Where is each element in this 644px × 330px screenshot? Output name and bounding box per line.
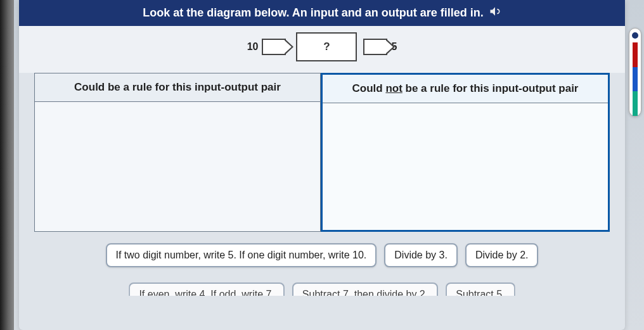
rule-box: ?: [296, 32, 357, 61]
drop-tables: Could be a rule for this input-output pa…: [19, 73, 625, 232]
could-be-table[interactable]: Could be a rule for this input-output pa…: [34, 73, 321, 232]
widget-dot-icon: [632, 32, 638, 39]
could-not-be-dropzone[interactable]: [323, 103, 608, 230]
could-not-be-table[interactable]: Could not be a rule for this input-outpu…: [321, 73, 610, 232]
instruction-text: Look at the diagram below. An input and …: [143, 6, 484, 20]
could-not-be-not: not: [385, 82, 402, 94]
side-progress-widget[interactable]: [629, 28, 641, 117]
rule-chip[interactable]: Divide by 2.: [465, 243, 539, 267]
widget-segment: [633, 42, 638, 67]
could-be-dropzone[interactable]: [35, 102, 320, 229]
worksheet-panel: Look at the diagram below. An input and …: [19, 0, 625, 330]
instruction-bar: Look at the diagram below. An input and …: [19, 0, 625, 26]
input-value: 10: [245, 41, 261, 53]
rule-chip[interactable]: Divide by 3.: [384, 243, 458, 267]
answer-chips-row-1: If two digit number, write 5. If one dig…: [19, 232, 625, 271]
could-not-be-header: Could not be a rule for this input-outpu…: [323, 75, 608, 103]
could-not-be-post: be a rule for this input-output pair: [402, 82, 579, 94]
rule-chip[interactable]: If even, write 4. If odd, write 7.: [129, 282, 284, 307]
rule-chip[interactable]: Subtract 5.: [446, 282, 515, 307]
rule-chip[interactable]: If two digit number, write 5. If one dig…: [106, 243, 377, 267]
rule-chip[interactable]: Subtract 7, then divide by 2.: [292, 282, 438, 307]
io-diagram: 10 ? 5: [19, 26, 625, 73]
output-arrow-icon: [363, 39, 387, 55]
audio-icon[interactable]: [489, 5, 501, 21]
widget-segment: [633, 91, 638, 116]
could-not-be-pre: Could: [352, 82, 386, 94]
page-binding-edge: [0, 0, 14, 330]
input-arrow-icon: [262, 39, 286, 55]
could-be-header: Could be a rule for this input-output pa…: [35, 73, 320, 102]
answer-chips-row-2: If even, write 4. If odd, write 7. Subtr…: [19, 271, 625, 310]
widget-segment: [633, 67, 638, 92]
